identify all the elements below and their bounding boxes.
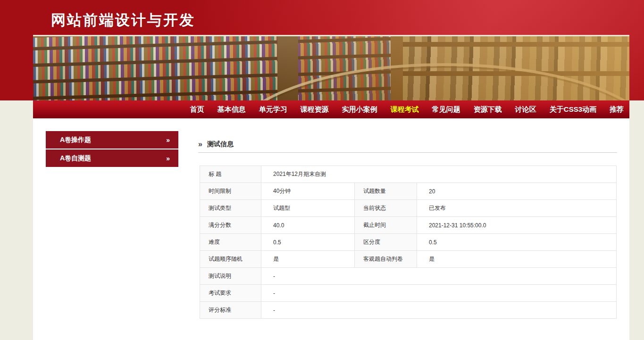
info-label-cell: 客观题自动判卷 xyxy=(355,251,417,268)
info-value-cell: 已发布 xyxy=(417,200,617,217)
info-label-cell: 区分度 xyxy=(355,234,417,251)
table-row: 评分标准- xyxy=(200,302,617,319)
table-row: 标 题2021年12月期末自测 xyxy=(200,166,617,183)
info-value-cell: 0.5 xyxy=(417,234,617,251)
table-row: 满分分数40.0截止时间2021-12-31 10:55:00.0 xyxy=(200,217,617,234)
info-value-cell: 2021-12-31 10:55:00.0 xyxy=(417,217,617,234)
nav-item-2[interactable]: 单元学习 xyxy=(259,105,287,114)
info-value-cell: 20 xyxy=(417,183,617,200)
section-title: 测试信息 xyxy=(207,140,234,149)
table-row: 考试要求- xyxy=(200,285,617,302)
nav-item-10[interactable]: 推荐 xyxy=(610,105,624,114)
info-label-cell: 测试说明 xyxy=(200,268,261,285)
info-value-cell: 2021年12月期末自测 xyxy=(261,166,617,183)
main-nav: 首页基本信息单元学习课程资源实用小案例课程考试常见问题资源下载讨论区关于CSS3… xyxy=(33,100,629,118)
info-value-cell: 40.0 xyxy=(261,217,355,234)
info-label-cell: 满分分数 xyxy=(200,217,261,234)
info-label-cell: 评分标准 xyxy=(200,302,261,319)
info-value-cell: - xyxy=(261,268,617,285)
library-banner-image xyxy=(33,35,629,100)
table-row: 时间限制40分钟试题数量20 xyxy=(200,183,617,200)
info-label-cell: 难度 xyxy=(200,234,261,251)
test-info-table-wrap: 标 题2021年12月期末自测时间限制40分钟试题数量20测试类型试题型当前状态… xyxy=(200,166,617,319)
info-value-cell: 0.5 xyxy=(261,234,355,251)
table-row: 测试说明- xyxy=(200,268,617,285)
sidebar: A卷操作题»A卷自测题» xyxy=(46,131,178,168)
nav-item-7[interactable]: 资源下载 xyxy=(474,105,502,114)
content-area: A卷操作题»A卷自测题» » 测试信息 标 题2021年12月期末自测时间限制4… xyxy=(33,118,629,340)
info-label-cell: 标 题 xyxy=(200,166,261,183)
nav-item-4[interactable]: 实用小案例 xyxy=(342,105,377,114)
info-value-cell: 是 xyxy=(261,251,355,268)
nav-item-8[interactable]: 讨论区 xyxy=(515,105,536,114)
info-label-cell: 测试类型 xyxy=(200,200,261,217)
nav-item-0[interactable]: 首页 xyxy=(190,105,204,114)
info-value-cell: - xyxy=(261,302,617,319)
info-value-cell: 40分钟 xyxy=(261,183,355,200)
section-divider xyxy=(198,152,617,153)
chevron-right-icon: » xyxy=(166,155,170,162)
test-info-table-body: 标 题2021年12月期末自测时间限制40分钟试题数量20测试类型试题型当前状态… xyxy=(200,166,617,319)
nav-item-9[interactable]: 关于CSS3动画 xyxy=(550,105,596,114)
table-row: 难度0.5区分度0.5 xyxy=(200,234,617,251)
nav-item-5[interactable]: 课程考试 xyxy=(391,105,419,114)
chevron-right-icon: » xyxy=(166,136,170,144)
table-row: 试题顺序随机是客观题自动判卷是 xyxy=(200,251,617,268)
sidebar-item-label: A卷操作题 xyxy=(60,136,91,144)
nav-item-6[interactable]: 常见问题 xyxy=(432,105,460,114)
info-label-cell: 试题顺序随机 xyxy=(200,251,261,268)
info-label-cell: 当前状态 xyxy=(355,200,417,217)
sidebar-item-1[interactable]: A卷自测题» xyxy=(46,149,178,167)
info-label-cell: 试题数量 xyxy=(355,183,417,200)
nav-item-3[interactable]: 课程资源 xyxy=(301,105,329,114)
info-value-cell: 是 xyxy=(417,251,617,268)
banner-sepia-overlay xyxy=(33,36,629,100)
table-row: 测试类型试题型当前状态已发布 xyxy=(200,200,617,217)
info-value-cell: - xyxy=(261,285,617,302)
test-info-table: 标 题2021年12月期末自测时间限制40分钟试题数量20测试类型试题型当前状态… xyxy=(200,166,617,319)
info-value-cell: 试题型 xyxy=(261,200,355,217)
section-marker-icon: » xyxy=(198,140,202,149)
site-title: 网站前端设计与开发 xyxy=(51,10,195,30)
section-heading: » 测试信息 xyxy=(198,140,234,149)
nav-item-1[interactable]: 基本信息 xyxy=(217,105,246,114)
info-label-cell: 时间限制 xyxy=(200,183,261,200)
sidebar-item-0[interactable]: A卷操作题» xyxy=(46,131,178,149)
info-label-cell: 截止时间 xyxy=(355,217,417,234)
sidebar-item-label: A卷自测题 xyxy=(60,154,91,163)
info-label-cell: 考试要求 xyxy=(200,285,261,302)
